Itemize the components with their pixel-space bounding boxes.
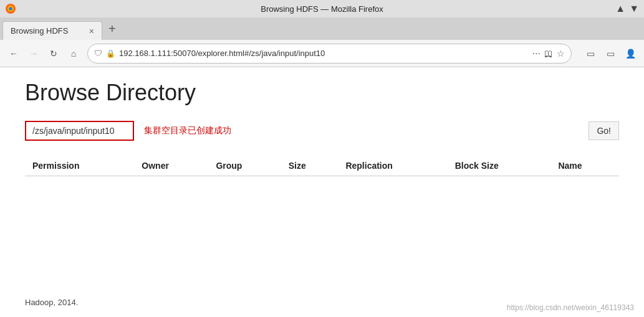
title-bar: Browsing HDFS — Mozilla Firefox ▲ ▼: [0, 0, 644, 17]
home-icon: ⌂: [71, 49, 76, 59]
tab-bar: Browsing HDFS × +: [0, 17, 644, 40]
home-button[interactable]: ⌂: [65, 45, 82, 62]
reading-list-button[interactable]: ▭: [582, 45, 599, 62]
success-message: 集群空目录已创建成功: [144, 125, 589, 136]
profile-icon: 👤: [625, 49, 636, 59]
forward-icon: →: [29, 49, 38, 59]
column-size: Size: [281, 156, 339, 176]
url-input[interactable]: [119, 49, 529, 58]
column-owner: Owner: [134, 156, 208, 176]
footer-text: Hadoop, 2014.: [25, 298, 78, 307]
directory-table: Permission Owner Group Size Replication …: [25, 156, 619, 176]
forward-button[interactable]: →: [25, 45, 42, 62]
lock-icon: 🔒: [106, 49, 115, 58]
new-tab-button[interactable]: +: [105, 22, 120, 35]
path-form: 集群空目录已创建成功 Go!: [25, 121, 619, 141]
back-button[interactable]: ←: [5, 45, 22, 62]
title-bar-controls: ▲ ▼: [615, 3, 639, 14]
column-name: Name: [550, 156, 619, 176]
watermark: https://blog.csdn.net/weixin_46119343: [507, 303, 634, 312]
column-group: Group: [208, 156, 281, 176]
page-content: Browse Directory 集群空目录已创建成功 Go! Permissi…: [0, 67, 644, 317]
nav-bar: ← → ↻ ⌂ 🛡 🔒 ··· 🕮 ☆ ▭ ▭ 👤: [0, 40, 644, 67]
column-replication: Replication: [338, 156, 447, 176]
svg-point-2: [9, 7, 12, 11]
url-bar: 🛡 🔒 ··· 🕮 ☆: [87, 44, 572, 64]
star-icon[interactable]: ☆: [557, 49, 565, 59]
window-title: Browsing HDFS — Mozilla Firefox: [261, 4, 383, 14]
refresh-button[interactable]: ↻: [45, 45, 62, 62]
go-button[interactable]: Go!: [589, 121, 619, 140]
sidebar-icon: ▭: [607, 49, 615, 59]
firefox-icon: [5, 3, 16, 14]
tab-close-button[interactable]: ×: [89, 26, 94, 36]
more-options-icon[interactable]: ···: [532, 48, 541, 59]
reading-list-icon: ▭: [587, 49, 595, 59]
path-input[interactable]: [25, 121, 134, 141]
page-title: Browse Directory: [25, 80, 619, 106]
browser-tab[interactable]: Browsing HDFS ×: [2, 21, 102, 40]
tab-label: Browsing HDFS: [11, 26, 68, 35]
column-block-size: Block Size: [448, 156, 551, 176]
profile-button[interactable]: 👤: [622, 45, 639, 62]
nav-right-group: ▭ ▭ 👤: [582, 45, 639, 62]
back-icon: ←: [9, 49, 18, 59]
shield-icon: 🛡: [94, 49, 102, 58]
pocket-icon[interactable]: 🕮: [544, 49, 553, 59]
maximize-icon[interactable]: ▼: [629, 3, 639, 14]
column-permission: Permission: [25, 156, 134, 176]
refresh-icon: ↻: [50, 49, 57, 59]
minimize-icon[interactable]: ▲: [615, 3, 625, 14]
sidebar-button[interactable]: ▭: [602, 45, 619, 62]
